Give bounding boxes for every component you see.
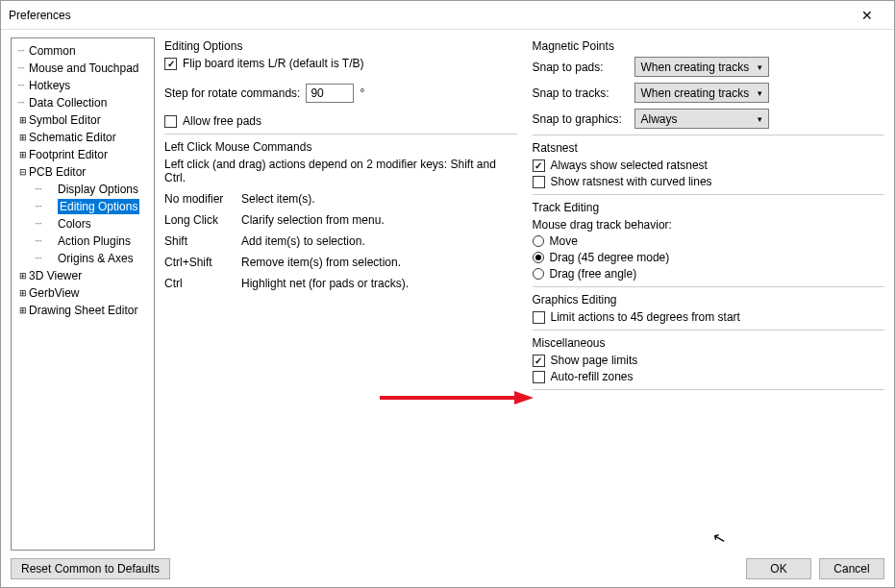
snap-tracks-label: Snap to tracks:	[533, 86, 629, 100]
tree-pcb-editor[interactable]: ⊟PCB Editor	[12, 163, 154, 181]
mod-key-0: No modifier	[164, 192, 241, 206]
mod-key-3: Ctrl+Shift	[164, 256, 241, 269]
chevron-down-icon: ▾	[758, 88, 762, 98]
allow-free-pads-label: Allow free pads	[183, 114, 261, 128]
divider	[533, 286, 885, 287]
divider	[533, 389, 885, 390]
tree-origins-axes[interactable]: ····Origins & Axes	[12, 250, 154, 267]
tree-gerbview[interactable]: ⊞GerbView	[12, 284, 154, 302]
leftclick-title: Left Click Mouse Commands	[164, 140, 517, 154]
tree-colors[interactable]: ····Colors	[12, 215, 154, 233]
tree-schematic-editor[interactable]: ⊞Schematic Editor	[12, 129, 154, 146]
divider	[164, 134, 517, 135]
mod-val-4: Highlight net (for pads or tracks).	[241, 277, 517, 290]
snap-graphics-select[interactable]: Always▾	[634, 109, 769, 129]
show-page-limits-checkbox[interactable]	[533, 355, 545, 367]
left-column: Editing Options Flip board items L/R (de…	[164, 37, 517, 551]
snap-graphics-label: Snap to graphics:	[533, 112, 629, 126]
always-show-ratsnest-label: Always show selected ratsnest	[551, 159, 708, 172]
leftclick-desc: Left click (and drag) actions depend on …	[164, 158, 517, 184]
flip-items-label: Flip board items L/R (default is T/B)	[183, 57, 364, 70]
tree-footprint-editor[interactable]: ⊞Footprint Editor	[12, 146, 154, 163]
limit-45-checkbox[interactable]	[533, 311, 545, 324]
magnetic-title: Magnetic Points	[533, 39, 885, 53]
modifier-table: No modifierSelect item(s). Long ClickCla…	[164, 192, 517, 290]
mod-val-2: Add item(s) to selection.	[241, 234, 517, 248]
tree-drawing-sheet[interactable]: ⊞Drawing Sheet Editor	[12, 302, 154, 319]
tree-editing-options[interactable]: ····Editing Options	[12, 198, 154, 215]
chevron-down-icon: ▾	[758, 62, 762, 72]
right-column: Magnetic Points Snap to pads: When creat…	[533, 37, 885, 551]
mod-key-4: Ctrl	[164, 277, 241, 290]
snap-pads-label: Snap to pads:	[533, 61, 629, 74]
rotate-step-label: Step for rotate commands:	[164, 86, 300, 100]
drag-behavior-label: Mouse drag track behavior:	[533, 218, 885, 232]
auto-refill-zones-label: Auto-refill zones	[551, 370, 634, 383]
divider	[533, 135, 885, 135]
drag-45-radio[interactable]	[533, 252, 544, 263]
mod-key-2: Shift	[164, 234, 241, 248]
editing-options-title: Editing Options	[164, 39, 517, 53]
tree-common[interactable]: ····Common	[12, 42, 154, 60]
always-show-ratsnest-checkbox[interactable]	[533, 159, 545, 172]
graphics-editing-title: Graphics Editing	[533, 293, 885, 306]
titlebar: Preferences ✕	[1, 1, 894, 30]
tree-action-plugins[interactable]: ····Action Plugins	[12, 233, 154, 250]
category-tree[interactable]: ····Common ····Mouse and Touchpad ····Ho…	[11, 37, 155, 551]
drag-move-radio[interactable]	[533, 235, 544, 247]
window-title: Preferences	[9, 9, 848, 22]
tree-3d-viewer[interactable]: ⊞3D Viewer	[12, 267, 154, 284]
misc-title: Miscellaneous	[533, 336, 885, 350]
chevron-down-icon: ▾	[758, 114, 762, 124]
flip-items-checkbox[interactable]	[164, 58, 177, 70]
tree-mouse-touchpad[interactable]: ····Mouse and Touchpad	[12, 60, 154, 77]
curved-ratsnest-label: Show ratsnest with curved lines	[551, 175, 712, 188]
ok-button[interactable]: OK	[746, 558, 811, 579]
curved-ratsnest-checkbox[interactable]	[533, 176, 545, 188]
rotate-step-unit: °	[360, 86, 364, 100]
drag-free-radio[interactable]	[533, 268, 544, 280]
mod-val-3: Remove item(s) from selection.	[241, 256, 517, 269]
preferences-window: Preferences ✕ ····Common ····Mouse and T…	[0, 0, 895, 588]
cancel-button[interactable]: Cancel	[819, 558, 884, 579]
limit-45-label: Limit actions to 45 degrees from start	[551, 310, 740, 324]
mod-val-0: Select item(s).	[241, 192, 517, 206]
drag-move-label: Move	[550, 234, 578, 248]
close-button[interactable]: ✕	[848, 2, 886, 29]
footer: Reset Common to Defaults OK Cancel	[1, 551, 894, 587]
rotate-step-input[interactable]	[306, 84, 354, 103]
tree-symbol-editor[interactable]: ⊞Symbol Editor	[12, 111, 154, 129]
drag-free-label: Drag (free angle)	[550, 267, 637, 281]
tree-data-collection[interactable]: ····Data Collection	[12, 94, 154, 111]
allow-free-pads-checkbox[interactable]	[164, 115, 177, 128]
snap-tracks-select[interactable]: When creating tracks▾	[634, 83, 769, 103]
snap-pads-select[interactable]: When creating tracks▾	[634, 57, 769, 77]
main-panel: Editing Options Flip board items L/R (de…	[164, 37, 884, 551]
drag-45-label: Drag (45 degree mode)	[550, 251, 670, 264]
mod-val-1: Clarify selection from menu.	[241, 213, 517, 227]
divider	[533, 330, 885, 331]
track-editing-title: Track Editing	[533, 201, 885, 214]
mod-key-1: Long Click	[164, 213, 241, 227]
reset-defaults-button[interactable]: Reset Common to Defaults	[11, 558, 170, 579]
divider	[533, 194, 885, 195]
content-area: ····Common ····Mouse and Touchpad ····Ho…	[1, 30, 894, 551]
show-page-limits-label: Show page limits	[551, 354, 638, 367]
tree-display-options[interactable]: ····Display Options	[12, 181, 154, 198]
ratsnest-title: Ratsnest	[533, 141, 885, 155]
tree-hotkeys[interactable]: ····Hotkeys	[12, 77, 154, 94]
auto-refill-zones-checkbox[interactable]	[533, 371, 545, 383]
